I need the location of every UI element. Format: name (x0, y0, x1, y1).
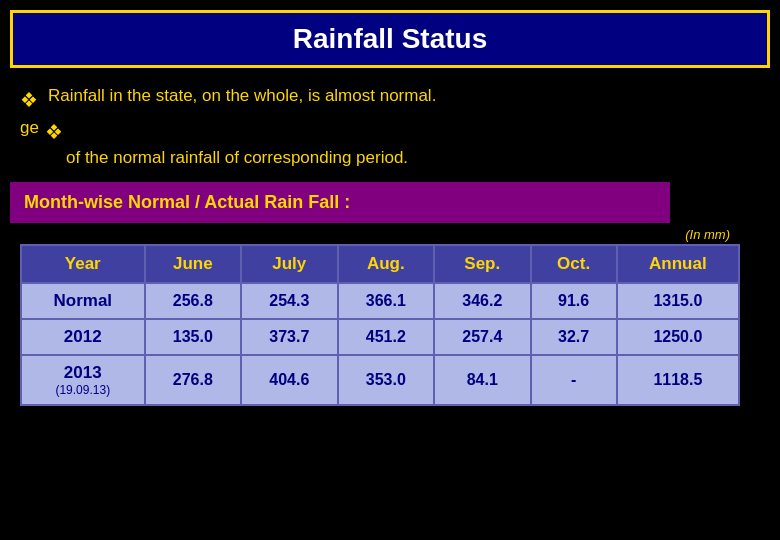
col-header-annual: Annual (617, 245, 739, 283)
bullet-text-1: Rainfall in the state, on the whole, is … (48, 86, 436, 106)
normal-aug: 366.1 (338, 283, 434, 319)
normal-oct: 91.6 (531, 283, 617, 319)
table-row: Normal 256.8 254.3 366.1 346.2 91.6 1315… (21, 283, 739, 319)
col-header-july: July (241, 245, 337, 283)
table-row: 2013 (19.09.13) 276.8 404.6 353.0 84.1 -… (21, 355, 739, 405)
2013-aug: 353.0 (338, 355, 434, 405)
normal-july: 254.3 (241, 283, 337, 319)
2013-annual: 1118.5 (617, 355, 739, 405)
bullet-row-1: ❖ Rainfall in the state, on the whole, i… (10, 86, 770, 112)
2013-oct: - (531, 355, 617, 405)
page-title: Rainfall Status (293, 23, 487, 54)
table-row: 2012 135.0 373.7 451.2 257.4 32.7 1250.0 (21, 319, 739, 355)
title-box: Rainfall Status (10, 10, 770, 68)
ge-label: ge (20, 118, 39, 138)
2013-sep: 84.1 (434, 355, 530, 405)
bullet-icon-1: ❖ (20, 88, 38, 112)
bullet-icon-2: ❖ (45, 120, 63, 144)
2012-sep: 257.4 (434, 319, 530, 355)
2012-july: 373.7 (241, 319, 337, 355)
row-label-2012: 2012 (21, 319, 145, 355)
2012-annual: 1250.0 (617, 319, 739, 355)
row-label-normal: Normal (21, 283, 145, 319)
normal-annual: 1315.0 (617, 283, 739, 319)
2012-june: 135.0 (145, 319, 241, 355)
col-header-sep: Sep. (434, 245, 530, 283)
normal-text: of the normal rainfall of corresponding … (10, 148, 770, 168)
page-container: Rainfall Status ❖ Rainfall in the state,… (0, 0, 780, 540)
col-header-june: June (145, 245, 241, 283)
col-header-year: Year (21, 245, 145, 283)
2012-oct: 32.7 (531, 319, 617, 355)
col-header-oct: Oct. (531, 245, 617, 283)
table-header-row: Year June July Aug. Sep. Oct. Annual (21, 245, 739, 283)
section-header: Month-wise Normal / Actual Rain Fall : (10, 182, 670, 223)
bullet-row-2-area: ge ❖ (10, 118, 770, 144)
2013-june: 276.8 (145, 355, 241, 405)
normal-june: 256.8 (145, 283, 241, 319)
section-header-text: Month-wise Normal / Actual Rain Fall : (24, 192, 350, 212)
rainfall-table: Year June July Aug. Sep. Oct. Annual Nor… (20, 244, 740, 406)
col-header-aug: Aug. (338, 245, 434, 283)
normal-sep: 346.2 (434, 283, 530, 319)
in-mm-label: (In mm) (10, 227, 730, 242)
2012-aug: 451.2 (338, 319, 434, 355)
row-label-2013: 2013 (19.09.13) (21, 355, 145, 405)
2013-july: 404.6 (241, 355, 337, 405)
